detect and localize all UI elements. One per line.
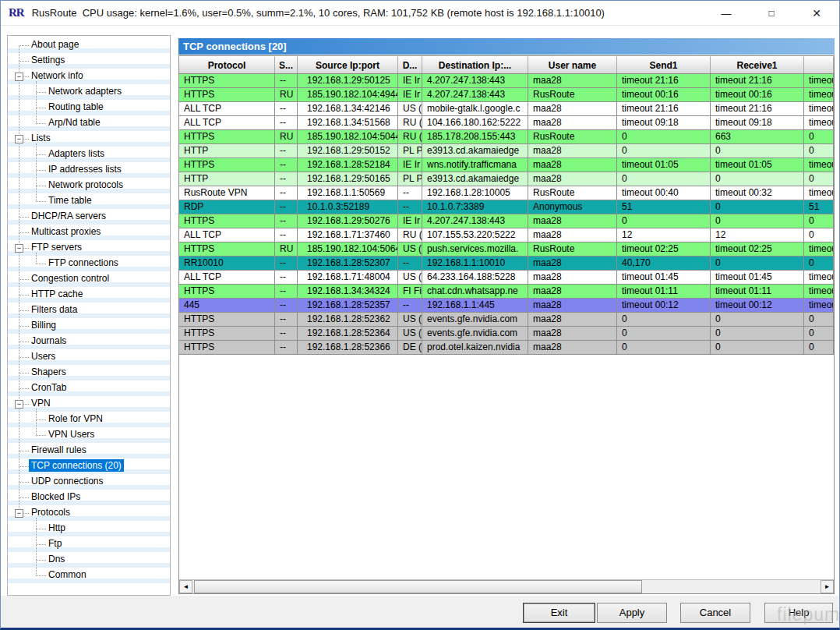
exit-button[interactable]: Exit	[523, 603, 595, 623]
table-row[interactable]: RR10010--192.168.1.28:52307--192.168.1.1…	[179, 257, 834, 271]
horizontal-scrollbar[interactable]: ◄ ►	[179, 579, 834, 593]
sidebar-item-label: Journals	[29, 334, 69, 347]
sidebar-item-network-adapters[interactable]: Network adapters	[8, 84, 170, 100]
sidebar-item-ftp[interactable]: Ftp	[8, 536, 170, 552]
sidebar-item-firewall-rules[interactable]: Firewall rules	[8, 443, 170, 458]
column-header-extra[interactable]	[804, 56, 834, 73]
column-header-protocol[interactable]: Protocol	[179, 56, 275, 73]
table-row[interactable]: HTTPS--192.168.1.28:52366DE (prod.otel.k…	[179, 341, 834, 355]
sidebar-item-billing[interactable]: Billing	[8, 318, 170, 334]
tree-connector-line	[36, 253, 37, 264]
column-header-s[interactable]: S...	[275, 56, 298, 73]
column-header-user-name[interactable]: User name	[528, 56, 617, 73]
cell-receive1: 0	[711, 313, 804, 327]
sidebar-item-congestion-control[interactable]: Congestion control	[8, 271, 170, 287]
table-row[interactable]: ALL TCP--192.168.1.34:42146US (mobile-gt…	[179, 102, 834, 116]
help-button[interactable]: Help	[764, 603, 833, 623]
table-row[interactable]: RDP--10.1.0.3:52189--10.1.0.7:3389Anonym…	[179, 200, 834, 214]
sidebar-item-network-protocols[interactable]: Network protocols	[8, 178, 170, 193]
table-row[interactable]: RusRoute VPN--192.168.1.1:50569--192.168…	[179, 186, 834, 200]
tree-collapse-icon[interactable]: −	[15, 73, 23, 81]
sidebar-item-label: Shapers	[29, 366, 69, 378]
scroll-right-icon[interactable]: ►	[821, 580, 834, 593]
sidebar-item-blocked-ips[interactable]: Blocked IPs	[8, 490, 170, 505]
sidebar-item-udp-connections[interactable]: UDP connections	[8, 474, 170, 490]
tree-collapse-icon[interactable]: −	[15, 135, 23, 143]
sidebar-item-ftp-connections[interactable]: FTP connections	[8, 256, 170, 271]
app-name: RusRoute	[32, 7, 77, 19]
sidebar-item-lists[interactable]: −Lists	[8, 131, 170, 147]
sidebar-item-vpn-users[interactable]: VPN Users	[8, 427, 170, 443]
sidebar-item-protocols[interactable]: −Protocols	[8, 505, 170, 521]
sidebar-item-journals[interactable]: Journals	[8, 334, 170, 349]
sidebar-item-http-cache[interactable]: HTTP cache	[8, 287, 170, 303]
apply-button[interactable]: Apply	[597, 603, 667, 623]
sidebar-item-ftp-servers[interactable]: −FTP servers	[8, 240, 170, 256]
table-row[interactable]: HTTPS--192.168.1.28:52184IE Irwns.notify…	[179, 158, 834, 172]
sidebar-item-dhcp-ra-servers[interactable]: DHCP/RA servers	[8, 209, 170, 225]
tree-collapse-icon[interactable]: −	[15, 400, 23, 409]
sidebar-item-vpn[interactable]: −VPN	[8, 396, 170, 412]
scroll-left-icon[interactable]: ◄	[179, 580, 192, 593]
scrollbar-thumb[interactable]	[194, 580, 642, 593]
column-header-destination-ip[interactable]: Destination Ip:...	[422, 56, 528, 73]
tree-collapse-icon[interactable]: −	[15, 509, 23, 518]
tree-collapse-icon[interactable]: −	[15, 244, 23, 253]
sidebar-item-routing-table[interactable]: Routing table	[8, 100, 170, 115]
table-row[interactable]: HTTPSRU185.190.182.104:5044RU (185.178.2…	[179, 130, 834, 144]
sidebar-item-label: Firewall rules	[29, 444, 89, 456]
sidebar-item-dns[interactable]: Dns	[8, 552, 170, 568]
column-header-receive1[interactable]: Receive1	[711, 56, 804, 73]
sidebar-item-common[interactable]: Common	[8, 568, 170, 583]
table-row[interactable]: ALL TCP--192.168.1.71:37460RU (107.155.5…	[179, 228, 834, 242]
sidebar-item-filters-data[interactable]: Filters data	[8, 303, 170, 318]
table-row[interactable]: HTTPSRU185.190.182.104:5064US (push.serv…	[179, 242, 834, 257]
scrollbar-track[interactable]	[642, 580, 821, 593]
cancel-button[interactable]: Cancel	[680, 603, 750, 623]
cell-s: --	[275, 327, 298, 341]
sidebar-item-multicast-proxies[interactable]: Multicast proxies	[8, 225, 170, 240]
maximize-button[interactable]: □	[749, 1, 794, 26]
close-button[interactable]: ✕	[794, 1, 839, 26]
sidebar-item-crontab[interactable]: CronTab	[8, 380, 170, 396]
sidebar-item-arp-nd-table[interactable]: Arp/Nd table	[8, 115, 170, 131]
minimize-button[interactable]: —	[704, 1, 749, 26]
sidebar-item-settings[interactable]: Settings	[8, 53, 170, 69]
sidebar-item-about-page[interactable]: About page	[8, 37, 170, 53]
table-row[interactable]: HTTP--192.168.1.29:50152PL Pe3913.cd.aka…	[179, 144, 834, 158]
cell-user: maa28	[528, 102, 617, 116]
sidebar-item-ip-addresses-lists[interactable]: IP addresses lists	[8, 162, 170, 178]
sidebar-item-users[interactable]: Users	[8, 349, 170, 365]
table-row[interactable]: HTTPS--192.168.1.34:34324FI Fichat.cdn.w…	[179, 285, 834, 299]
sidebar-item-shapers[interactable]: Shapers	[8, 365, 170, 380]
cell-user: RusRoute	[528, 88, 617, 102]
cell-protocol: HTTPS	[179, 88, 275, 102]
table-row[interactable]: ALL TCP--192.168.1.71:48004US (64.233.16…	[179, 271, 834, 285]
column-header-send1[interactable]: Send1	[617, 56, 711, 73]
cell-source: 192.168.1.71:48004	[298, 271, 398, 285]
column-header-source-ip-port[interactable]: Source Ip:port	[298, 56, 398, 73]
table-row[interactable]: 445--192.168.1.28:52357--192.168.1.1:445…	[179, 299, 834, 313]
table-row[interactable]: HTTPS--192.168.1.29:50125IE Ir4.207.247.…	[179, 74, 834, 88]
cell-extra: 0	[804, 214, 834, 228]
sidebar-item-label: FTP connections	[46, 257, 121, 269]
sidebar-item-network-info[interactable]: −Network info	[8, 69, 170, 84]
sidebar-item-time-table[interactable]: Time table	[8, 193, 170, 209]
table-row[interactable]: HTTPSRU185.190.182.104:4944IE Ir4.207.24…	[179, 88, 834, 102]
sidebar-item-label: Congestion control	[29, 272, 111, 285]
cell-protocol: HTTPS	[179, 130, 275, 144]
sidebar-item-http[interactable]: Http	[8, 521, 170, 536]
cell-protocol: HTTP	[179, 172, 275, 186]
table-row[interactable]: HTTPS--192.168.1.29:50276IE Ir4.207.247.…	[179, 214, 834, 228]
sidebar-item-tcp-connections-20[interactable]: TCP connections (20)	[8, 458, 170, 474]
table-row[interactable]: HTTP--192.168.1.29:50165PL Pe3913.cd.aka…	[179, 172, 834, 186]
cell-destination: prod.otel.kaizen.nvidia	[422, 341, 528, 355]
cell-destination: 4.207.247.138:443	[422, 74, 528, 88]
column-header-d[interactable]: D...	[398, 56, 422, 73]
table-row[interactable]: HTTPS--192.168.1.28:52362US (events.gfe.…	[179, 313, 834, 327]
cell-s: --	[275, 200, 298, 214]
sidebar-item-role-for-vpn[interactable]: Role for VPN	[8, 412, 170, 427]
table-row[interactable]: ALL TCP--192.168.1.34:51568RU (104.166.1…	[179, 116, 834, 130]
table-row[interactable]: HTTPS--192.168.1.28:52364US (events.gfe.…	[179, 327, 834, 341]
sidebar-item-adapters-lists[interactable]: Adapters lists	[8, 147, 170, 162]
